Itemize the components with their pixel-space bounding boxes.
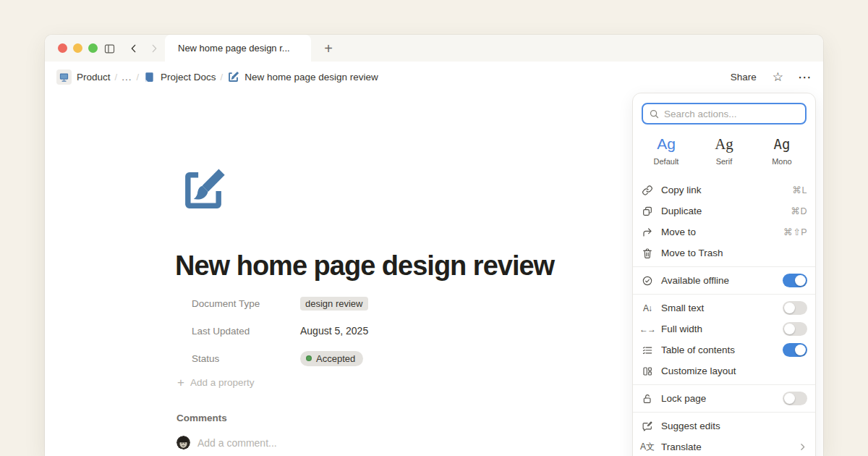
- traffic-lights: [58, 43, 98, 53]
- layout-icon: [641, 366, 654, 377]
- font-option-serif[interactable]: Ag Serif: [695, 135, 753, 172]
- menu-item-shortcut: ⌘⇧P: [783, 227, 807, 237]
- menu-item-full-width[interactable]: ←→ Full width: [633, 318, 815, 339]
- menu-item-move-to[interactable]: Move to ⌘⇧P: [633, 221, 815, 242]
- breadcrumb-item-product[interactable]: Product: [56, 69, 111, 85]
- breadcrumb-separator: /: [136, 72, 139, 83]
- table-of-contents-icon: [641, 345, 654, 356]
- status-dot: [306, 355, 312, 361]
- lock-page-toggle[interactable]: [783, 392, 807, 405]
- font-style-options: Ag Default Ag Serif Ag Mono: [637, 135, 811, 172]
- property-name: Document Type: [192, 298, 300, 309]
- font-sample-serif: Ag: [695, 135, 753, 153]
- menu-item-table-of-contents[interactable]: Table of contents: [633, 339, 815, 360]
- full-width-icon: ←→: [639, 324, 655, 334]
- favorite-star-icon[interactable]: ☆: [773, 71, 783, 83]
- add-comment-row[interactable]: Add a comment...: [176, 436, 277, 449]
- menu-item-suggest-edits[interactable]: Suggest edits: [633, 415, 815, 436]
- breadcrumb-label: Product: [77, 72, 111, 83]
- menu-item-label: Move to Trash: [661, 248, 807, 258]
- breadcrumb-separator: /: [115, 72, 118, 83]
- menu-item-label: Lock page: [661, 393, 775, 404]
- property-row-document-type[interactable]: Document Type design review: [192, 290, 368, 317]
- menu-divider: [633, 294, 815, 295]
- plus-icon: +: [177, 376, 184, 389]
- status-badge[interactable]: Accepted: [300, 351, 363, 366]
- new-tab-button[interactable]: +: [318, 38, 339, 59]
- design-brush-icon: [227, 71, 239, 83]
- menu-item-label: Suggest edits: [661, 421, 807, 431]
- menu-item-copy-link[interactable]: Copy link ⌘L: [633, 180, 815, 200]
- property-row-status[interactable]: Status Accepted: [192, 345, 368, 372]
- search-input[interactable]: [664, 109, 799, 119]
- app-window: New home page design r... + Product / ..…: [45, 35, 823, 456]
- small-text-icon: A↓: [643, 303, 652, 313]
- back-icon[interactable]: [126, 41, 142, 56]
- breadcrumb-item-current-page[interactable]: New home page design review: [227, 71, 378, 83]
- menu-item-move-to-trash[interactable]: Move to Trash: [633, 242, 815, 263]
- menu-item-shortcut: ⌘D: [791, 206, 807, 216]
- breadcrumb-label: New home page design review: [244, 72, 378, 83]
- tab-title: New home page design r...: [178, 43, 290, 54]
- menu-item-label: Translate: [661, 442, 791, 452]
- property-value: August 5, 2025: [300, 325, 368, 337]
- menu-item-label: Available offline: [661, 275, 775, 286]
- menu-item-label: Table of contents: [661, 345, 775, 355]
- minimize-window-button[interactable]: [73, 43, 82, 53]
- font-sample-mono: Ag: [753, 135, 811, 153]
- status-label: Accepted: [316, 353, 355, 364]
- trash-icon: [641, 248, 654, 259]
- search-icon: [649, 109, 660, 119]
- user-avatar: [176, 436, 190, 449]
- more-options-icon[interactable]: ⋯: [798, 70, 812, 84]
- link-icon: [641, 185, 654, 196]
- font-option-default[interactable]: Ag Default: [637, 135, 695, 172]
- page-icon-design-brush[interactable]: [179, 166, 227, 214]
- menu-item-lock-page[interactable]: Lock page: [633, 388, 815, 409]
- font-option-label: Mono: [753, 157, 811, 166]
- property-row-last-updated[interactable]: Last Updated August 5, 2025: [192, 317, 368, 345]
- screenshot-canvas: New home page design r... + Product / ..…: [0, 0, 868, 456]
- available-offline-toggle[interactable]: [783, 274, 807, 287]
- translate-icon: A文: [640, 441, 655, 453]
- chevron-right-icon: [798, 442, 807, 452]
- breadcrumb-separator: /: [221, 72, 224, 83]
- share-button[interactable]: Share: [731, 72, 757, 83]
- font-sample-default: Ag: [637, 135, 695, 153]
- menu-list: Copy link ⌘L Duplicate ⌘D: [633, 180, 815, 456]
- forward-icon[interactable]: [146, 41, 162, 56]
- menu-divider: [633, 266, 815, 267]
- search-actions-field[interactable]: [642, 103, 807, 124]
- sidebar-toggle-icon[interactable]: [101, 41, 117, 56]
- menu-item-available-offline[interactable]: Available offline: [633, 270, 815, 291]
- tab-bar: New home page design r... +: [45, 35, 823, 62]
- page-title[interactable]: New home page design review: [175, 250, 554, 282]
- book-icon: [143, 71, 156, 83]
- close-window-button[interactable]: [58, 43, 67, 53]
- add-comment-placeholder: Add a comment...: [197, 437, 277, 449]
- breadcrumb-label: Project Docs: [161, 72, 216, 83]
- full-width-toggle[interactable]: [783, 322, 807, 336]
- breadcrumb: Product / ... / Project Docs /: [45, 62, 823, 93]
- zoom-window-button[interactable]: [88, 43, 98, 53]
- property-name: Status: [192, 353, 300, 364]
- add-property-button[interactable]: + Add a property: [177, 376, 255, 389]
- menu-divider: [633, 412, 815, 413]
- menu-item-shortcut: ⌘L: [793, 185, 807, 195]
- browser-tab[interactable]: New home page design r...: [165, 35, 311, 62]
- font-option-label: Serif: [695, 157, 753, 166]
- menu-item-translate[interactable]: A文 Translate: [633, 436, 815, 456]
- breadcrumb-item-project-docs[interactable]: Project Docs: [143, 71, 216, 83]
- breadcrumb-collapsed-button[interactable]: ...: [122, 72, 132, 83]
- menu-item-duplicate[interactable]: Duplicate ⌘D: [633, 200, 815, 221]
- check-circle-icon: [641, 275, 654, 287]
- menu-item-customize-layout[interactable]: Customize layout: [633, 360, 815, 381]
- unlock-icon: [641, 393, 654, 405]
- font-option-mono[interactable]: Ag Mono: [753, 135, 811, 172]
- property-tag[interactable]: design review: [300, 297, 368, 311]
- menu-item-label: Duplicate: [661, 206, 783, 216]
- monitor-icon: [56, 69, 72, 85]
- table-of-contents-toggle[interactable]: [783, 343, 807, 357]
- small-text-toggle[interactable]: [783, 301, 807, 315]
- menu-item-small-text[interactable]: A↓ Small text: [633, 297, 815, 318]
